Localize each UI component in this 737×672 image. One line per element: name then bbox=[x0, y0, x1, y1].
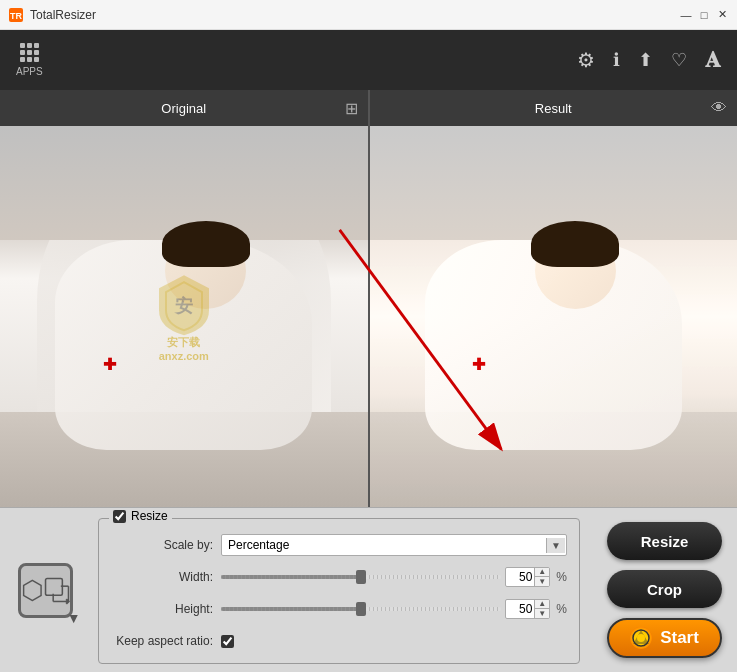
controls-panel: Resize Scale by: Percentage ▼ bbox=[90, 508, 592, 672]
start-button[interactable]: Start bbox=[607, 618, 722, 658]
height-decrement-button[interactable]: ▼ bbox=[535, 609, 549, 619]
red-cross-result: ✚ bbox=[472, 355, 485, 374]
compare-icon[interactable]: ⊞ bbox=[345, 99, 358, 118]
resize-group: Resize Scale by: Percentage ▼ bbox=[98, 518, 580, 664]
height-row: Height: ▲ bbox=[111, 597, 567, 621]
height-label: Height: bbox=[111, 602, 221, 616]
svg-point-13 bbox=[637, 634, 645, 642]
preview-area: Original ⊞ Result 👁 bbox=[0, 90, 737, 672]
settings-icon[interactable]: ⚙ bbox=[577, 48, 595, 72]
result-image: ✚ bbox=[370, 126, 738, 507]
scale-by-dropdown[interactable]: Percentage ▼ bbox=[221, 534, 567, 556]
scale-by-label: Scale by: bbox=[111, 538, 221, 552]
title-bar: TR TotalResizer — □ ✕ bbox=[0, 0, 737, 30]
height-slider-container: ▲ ▼ % bbox=[221, 599, 567, 619]
red-cross: ✚ bbox=[103, 355, 116, 374]
height-spinners: ▲ ▼ bbox=[534, 599, 549, 619]
scale-by-input: Percentage ▼ bbox=[221, 534, 567, 556]
resize-button[interactable]: Resize bbox=[607, 522, 722, 560]
result-label: Result bbox=[535, 101, 572, 116]
original-label: Original bbox=[161, 101, 206, 116]
scale-by-value: Percentage bbox=[228, 538, 546, 552]
start-icon bbox=[630, 627, 652, 649]
down-arrow-icon: ▼ bbox=[67, 610, 81, 626]
crop-button[interactable]: Crop bbox=[607, 570, 722, 608]
width-slider[interactable] bbox=[221, 575, 501, 579]
preview-panels: ✚ 安 安下载anxz.com bbox=[0, 126, 737, 507]
height-increment-button[interactable]: ▲ bbox=[535, 599, 549, 609]
resize-icon-box: ⬡ bbox=[18, 563, 73, 618]
maximize-button[interactable]: □ bbox=[697, 8, 711, 22]
resize-legend: Resize bbox=[109, 509, 172, 523]
svg-rect-5 bbox=[45, 579, 62, 596]
share-icon[interactable]: ⬆ bbox=[638, 49, 653, 71]
svg-text:TR: TR bbox=[10, 11, 22, 21]
apps-label: APPS bbox=[16, 66, 43, 77]
aspect-ratio-checkbox[interactable] bbox=[221, 635, 234, 648]
height-value-box: ▲ ▼ bbox=[505, 599, 550, 619]
original-panel-header: Original ⊞ bbox=[0, 90, 370, 126]
bottom-panel: ⬡ ▼ bbox=[0, 507, 737, 672]
width-control: ▲ ▼ % bbox=[221, 567, 567, 587]
aspect-ratio-container bbox=[221, 635, 234, 648]
height-value-input[interactable] bbox=[506, 602, 534, 616]
info-icon[interactable]: ℹ bbox=[613, 49, 620, 71]
original-image: ✚ 安 安下载anxz.com bbox=[0, 126, 368, 507]
watermark: 安 安下载anxz.com bbox=[154, 270, 214, 364]
dropdown-arrow-icon: ▼ bbox=[546, 538, 565, 553]
svg-text:安: 安 bbox=[174, 295, 193, 316]
font-icon[interactable]: 𝐀 bbox=[705, 47, 721, 73]
result-panel: ✚ bbox=[370, 126, 738, 507]
width-label: Width: bbox=[111, 570, 221, 584]
height-control: ▲ ▼ % bbox=[221, 599, 567, 619]
eye-icon[interactable]: 👁 bbox=[711, 99, 727, 117]
resize-arrows-icon: ⬡ bbox=[21, 575, 44, 606]
aspect-ratio-label: Keep aspect ratio: bbox=[111, 634, 221, 648]
resize-svg-icon bbox=[44, 573, 70, 607]
hazard-icon bbox=[632, 629, 650, 647]
height-slider[interactable] bbox=[221, 607, 501, 611]
window-controls: — □ ✕ bbox=[679, 8, 729, 22]
minimize-button[interactable]: — bbox=[679, 8, 693, 22]
resize-checkbox[interactable] bbox=[113, 510, 126, 523]
main-toolbar: APPS ⚙ ℹ ⬆ ♡ 𝐀 bbox=[0, 30, 737, 90]
width-unit: % bbox=[556, 570, 567, 584]
height-unit: % bbox=[556, 602, 567, 616]
main-content: Original ⊞ Result 👁 bbox=[0, 90, 737, 672]
resize-legend-label: Resize bbox=[131, 509, 168, 523]
window-title: TotalResizer bbox=[30, 8, 679, 22]
width-value-box: ▲ ▼ bbox=[505, 567, 550, 587]
width-decrement-button[interactable]: ▼ bbox=[535, 577, 549, 587]
preview-header: Original ⊞ Result 👁 bbox=[0, 90, 737, 126]
watermark-text: 安下载anxz.com bbox=[159, 335, 209, 364]
aspect-ratio-row: Keep aspect ratio: bbox=[111, 629, 567, 653]
apps-section[interactable]: APPS bbox=[16, 43, 43, 77]
width-slider-thumb[interactable] bbox=[356, 570, 366, 584]
width-row: Width: ▲ bbox=[111, 565, 567, 589]
shield-icon: 安 bbox=[154, 270, 214, 340]
width-slider-container: ▲ ▼ % bbox=[221, 567, 567, 587]
start-label: Start bbox=[660, 628, 699, 648]
scale-by-row: Scale by: Percentage ▼ bbox=[111, 533, 567, 557]
width-value-input[interactable] bbox=[506, 570, 534, 584]
buttons-panel: Resize Crop Start bbox=[592, 508, 737, 672]
result-panel-header: Result 👁 bbox=[370, 90, 738, 126]
height-slider-thumb[interactable] bbox=[356, 602, 366, 616]
width-spinners: ▲ ▼ bbox=[534, 567, 549, 587]
resize-icon-container: ⬡ ▼ bbox=[18, 563, 73, 618]
width-increment-button[interactable]: ▲ bbox=[535, 567, 549, 577]
apps-grid-icon bbox=[20, 43, 39, 62]
toolbar-icons: ⚙ ℹ ⬆ ♡ 𝐀 bbox=[577, 47, 721, 73]
favorite-icon[interactable]: ♡ bbox=[671, 49, 687, 71]
original-panel: ✚ 安 安下载anxz.com bbox=[0, 126, 370, 507]
resize-icon-area: ⬡ ▼ bbox=[0, 508, 90, 672]
app-icon: TR bbox=[8, 7, 24, 23]
close-button[interactable]: ✕ bbox=[715, 8, 729, 22]
